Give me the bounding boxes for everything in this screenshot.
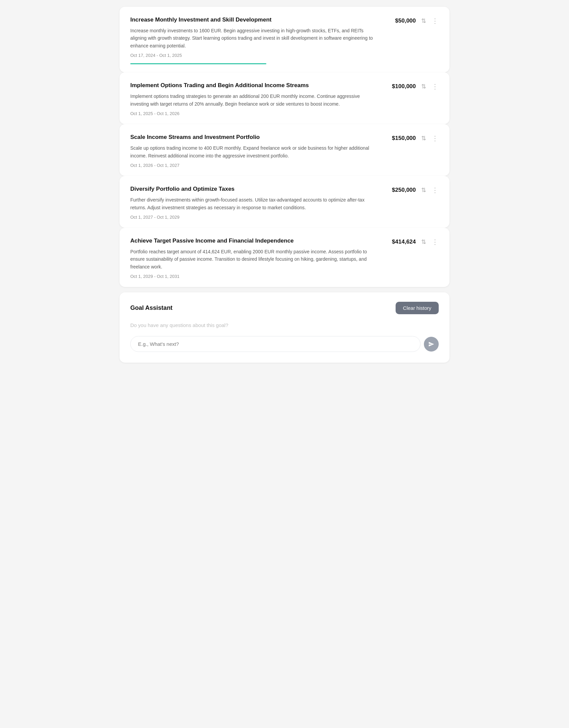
progress-bar: [130, 63, 266, 64]
card-date: Oct 1, 2027 - Oct 1, 2029: [130, 215, 377, 220]
card-inner: Diversify Portfolio and Optimize Taxes F…: [130, 185, 439, 220]
card-description: Implement options trading strategies to …: [130, 93, 377, 108]
goal-card-5: Achieve Target Passive Income and Financ…: [120, 228, 449, 287]
send-button[interactable]: [424, 337, 439, 352]
card-title: Implement Options Trading and Begin Addi…: [130, 82, 377, 89]
card-description: Portfolio reaches target amount of 414,6…: [130, 248, 377, 270]
assistant-question: Do you have any questions about this goa…: [130, 322, 439, 328]
goal-card-4: Diversify Portfolio and Optimize Taxes F…: [120, 176, 449, 228]
card-content: Diversify Portfolio and Optimize Taxes F…: [130, 185, 377, 220]
progress-bar-container: [130, 63, 377, 64]
more-options-icon[interactable]: ⋮: [432, 239, 439, 245]
card-title: Diversify Portfolio and Optimize Taxes: [130, 185, 377, 193]
card-date: Oct 1, 2026 - Oct 1, 2027: [130, 163, 377, 168]
card-right: $100,000 ⇅ ⋮: [386, 82, 439, 90]
assistant-header: Goal Assistant Clear history: [130, 302, 439, 314]
card-content: Achieve Target Passive Income and Financ…: [130, 237, 377, 279]
goal-card-2: Implement Options Trading and Begin Addi…: [120, 72, 449, 124]
card-amount: $50,000: [386, 17, 416, 24]
card-title: Scale Income Streams and Investment Port…: [130, 134, 377, 141]
card-inner: Increase Monthly Investment and Skill De…: [130, 16, 439, 64]
card-inner: Achieve Target Passive Income and Financ…: [130, 237, 439, 279]
card-description: Increase monthly investments to 1600 EUR…: [130, 27, 377, 49]
sort-icon[interactable]: ⇅: [421, 83, 426, 89]
assistant-title: Goal Assistant: [130, 304, 172, 312]
card-date: Oct 17, 2024 - Oct 1, 2025: [130, 53, 377, 58]
sort-icon[interactable]: ⇅: [421, 18, 426, 24]
card-title: Increase Monthly Investment and Skill De…: [130, 16, 377, 24]
card-description: Further diversify investments within gro…: [130, 196, 377, 211]
card-inner: Scale Income Streams and Investment Port…: [130, 134, 439, 168]
sort-icon[interactable]: ⇅: [421, 135, 426, 141]
goal-assistant-card: Goal Assistant Clear history Do you have…: [120, 292, 449, 363]
goal-card-1: Increase Monthly Investment and Skill De…: [120, 7, 449, 72]
card-amount: $414,624: [386, 239, 416, 245]
more-options-icon[interactable]: ⋮: [432, 187, 439, 193]
card-content: Increase Monthly Investment and Skill De…: [130, 16, 377, 64]
card-amount: $250,000: [386, 187, 416, 193]
cards-container: Increase Monthly Investment and Skill De…: [120, 7, 449, 287]
sort-icon[interactable]: ⇅: [421, 187, 426, 193]
send-icon: [428, 341, 434, 347]
card-date: Oct 1, 2029 - Oct 1, 2031: [130, 274, 377, 279]
card-inner: Implement Options Trading and Begin Addi…: [130, 82, 439, 116]
goal-card-3: Scale Income Streams and Investment Port…: [120, 124, 449, 176]
more-options-icon[interactable]: ⋮: [432, 83, 439, 90]
clear-history-button[interactable]: Clear history: [396, 302, 439, 314]
assistant-input[interactable]: [130, 336, 421, 352]
sort-icon[interactable]: ⇅: [421, 239, 426, 245]
assistant-input-row: [130, 336, 439, 352]
card-amount: $150,000: [386, 135, 416, 142]
card-right: $414,624 ⇅ ⋮: [386, 237, 439, 245]
card-title: Achieve Target Passive Income and Financ…: [130, 237, 377, 245]
card-right: $150,000 ⇅ ⋮: [386, 134, 439, 142]
card-description: Scale up options trading income to 400 E…: [130, 144, 377, 159]
page-wrapper: Increase Monthly Investment and Skill De…: [120, 7, 449, 363]
card-content: Scale Income Streams and Investment Port…: [130, 134, 377, 168]
more-options-icon[interactable]: ⋮: [432, 135, 439, 142]
more-options-icon[interactable]: ⋮: [432, 17, 439, 24]
card-right: $250,000 ⇅ ⋮: [386, 185, 439, 193]
card-date: Oct 1, 2025 - Oct 1, 2026: [130, 111, 377, 116]
card-content: Implement Options Trading and Begin Addi…: [130, 82, 377, 116]
card-amount: $100,000: [386, 83, 416, 90]
card-right: $50,000 ⇅ ⋮: [386, 16, 439, 24]
